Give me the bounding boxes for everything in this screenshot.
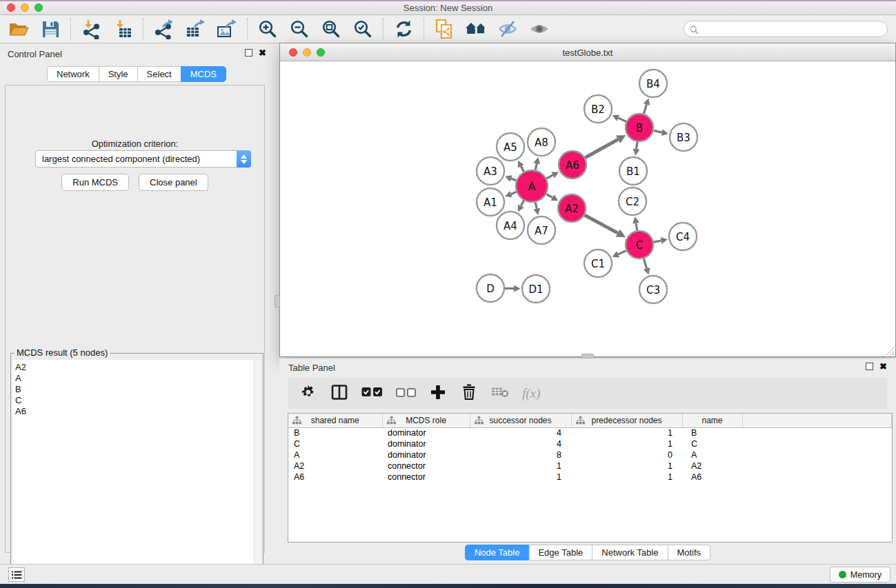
export-table-button[interactable]: [183, 17, 207, 41]
delete-row-button[interactable]: [460, 384, 478, 403]
edge-A-A8[interactable]: [535, 163, 537, 170]
cell-shared_name[interactable]: A: [288, 449, 382, 460]
cell-name[interactable]: A6: [682, 472, 742, 483]
cell-mcds_role[interactable]: dominator: [382, 427, 470, 438]
tab-mcds[interactable]: MCDS: [181, 66, 226, 82]
mcds-result-item[interactable]: A2: [15, 362, 254, 373]
open-file-button[interactable]: [7, 17, 30, 41]
save-session-button[interactable]: [39, 17, 62, 41]
hide-selected-button[interactable]: [496, 17, 519, 41]
zoom-fit-button[interactable]: [319, 17, 343, 41]
criterion-dropdown[interactable]: largest connected component (directed): [35, 150, 251, 168]
show-hidden-button[interactable]: [528, 17, 551, 41]
run-mcds-button[interactable]: Run MCDS: [61, 174, 129, 191]
float-panel-icon[interactable]: [245, 49, 252, 57]
function-builder-button[interactable]: f(x): [522, 384, 540, 403]
export-image-button[interactable]: [215, 17, 239, 41]
cell-shared_name[interactable]: A2: [288, 460, 382, 472]
show-all-networks-button[interactable]: [464, 17, 488, 41]
export-network-button[interactable]: [152, 17, 175, 41]
edge-C-C4[interactable]: [654, 241, 661, 242]
close-panel-icon[interactable]: ✖: [879, 363, 887, 370]
close-panel-button[interactable]: Close panel: [139, 174, 208, 191]
close-panel-icon[interactable]: ✖: [259, 49, 266, 57]
mcds-result-item[interactable]: B: [15, 384, 254, 395]
add-row-button[interactable]: [429, 384, 447, 403]
memory-button[interactable]: Memory: [830, 567, 890, 582]
edge-A-A6[interactable]: [546, 175, 552, 179]
cell-predecessor_nodes[interactable]: 1: [571, 472, 682, 483]
cell-name[interactable]: B: [682, 427, 742, 438]
edge-A2-C[interactable]: [584, 215, 617, 233]
deselect-all-checkboxes-button[interactable]: [396, 384, 416, 403]
edge-C-C2[interactable]: [636, 223, 637, 231]
mcds-result-item[interactable]: A: [15, 373, 254, 384]
zoom-out-button[interactable]: [288, 17, 311, 41]
network-canvas[interactable]: B4B2BB3A5A8A6A3AB1A1A2C2A4A7CC4C1C3DD1: [280, 61, 895, 356]
settings-button[interactable]: [299, 384, 317, 403]
cell-predecessor_nodes[interactable]: 1: [571, 460, 682, 472]
cell-name[interactable]: A: [682, 449, 742, 460]
edge-A6-B[interactable]: [585, 139, 618, 158]
column-header[interactable]: name: [682, 414, 742, 427]
cell-shared_name[interactable]: B: [288, 427, 382, 438]
cell-predecessor_nodes[interactable]: 0: [571, 449, 682, 460]
edge-A-A1[interactable]: [511, 192, 517, 194]
edge-C-C3[interactable]: [644, 258, 646, 268]
split-view-button[interactable]: [330, 384, 348, 403]
tab-network-table[interactable]: Network Table: [592, 545, 667, 560]
edge-C-C1[interactable]: [618, 251, 626, 254]
new-network-from-selection-button[interactable]: [432, 17, 456, 41]
column-header[interactable]: predecessor nodes: [571, 414, 682, 427]
tab-edge-table[interactable]: Edge Table: [528, 545, 592, 560]
cell-predecessor_nodes[interactable]: 1: [571, 438, 682, 449]
table-row[interactable]: Adominator80A: [288, 449, 892, 460]
refresh-view-button[interactable]: [392, 17, 415, 41]
table-row[interactable]: A2connector11A2: [288, 460, 892, 472]
cell-mcds_role[interactable]: connector: [382, 472, 470, 483]
tab-select[interactable]: Select: [137, 66, 181, 82]
zoom-selected-button[interactable]: [351, 17, 375, 41]
zoom-in-button[interactable]: [256, 17, 279, 41]
result-scrollbar[interactable]: [254, 360, 261, 588]
select-all-checkboxes-button[interactable]: [361, 384, 383, 403]
table-row[interactable]: A6connector11A6: [288, 472, 892, 483]
cell-successor_nodes[interactable]: 8: [470, 449, 571, 460]
mcds-result-item[interactable]: C: [15, 395, 254, 406]
panel-splitter-handle[interactable]: [275, 295, 280, 307]
cell-successor_nodes[interactable]: 1: [470, 460, 571, 472]
cell-shared_name[interactable]: A6: [288, 472, 382, 483]
panel-splitter-handle[interactable]: [581, 354, 594, 358]
tab-motifs[interactable]: Motifs: [667, 545, 710, 560]
delete-table-button[interactable]: [491, 384, 509, 403]
task-history-button[interactable]: [8, 567, 25, 582]
cell-name[interactable]: A2: [682, 460, 742, 472]
cell-successor_nodes[interactable]: 4: [470, 427, 571, 438]
column-header[interactable]: shared name: [288, 414, 382, 427]
edge-A-A5[interactable]: [521, 166, 524, 172]
float-panel-icon[interactable]: [866, 363, 873, 370]
column-header[interactable]: MCDS role: [382, 414, 470, 427]
edge-A-A7[interactable]: [535, 202, 537, 208]
tab-node-table[interactable]: Node Table: [465, 545, 529, 560]
edge-A-A3[interactable]: [511, 179, 516, 181]
resize-grip[interactable]: [885, 346, 894, 355]
cell-name[interactable]: C: [682, 438, 742, 449]
edge-B-B3[interactable]: [654, 130, 662, 132]
edge-A-A2[interactable]: [546, 194, 552, 198]
cell-shared_name[interactable]: C: [288, 438, 382, 449]
table-row[interactable]: Bdominator41B: [288, 427, 892, 438]
cell-mcds_role[interactable]: connector: [382, 460, 470, 472]
column-header[interactable]: successor nodes: [470, 414, 571, 427]
cell-successor_nodes[interactable]: 4: [470, 438, 571, 449]
import-table-button[interactable]: [111, 17, 135, 41]
edge-B-B2[interactable]: [618, 118, 626, 121]
cell-mcds_role[interactable]: dominator: [382, 449, 470, 460]
mcds-result-item[interactable]: A6: [15, 406, 254, 417]
table-row[interactable]: Cdominator41C: [288, 438, 892, 449]
tab-style[interactable]: Style: [99, 66, 137, 82]
cell-predecessor_nodes[interactable]: 1: [571, 427, 682, 438]
edge-A-A4[interactable]: [521, 201, 524, 206]
edge-B-B1[interactable]: [637, 142, 638, 150]
cell-successor_nodes[interactable]: 1: [470, 472, 571, 483]
